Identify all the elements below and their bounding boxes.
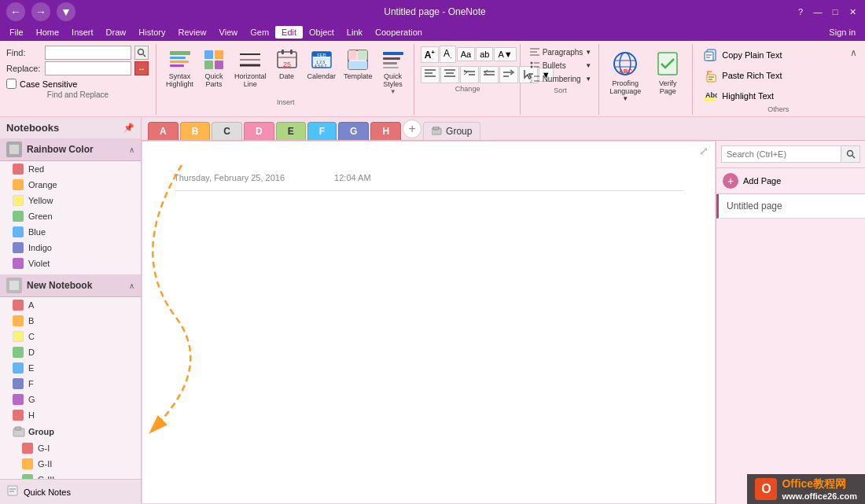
section-h[interactable]: H xyxy=(0,407,141,423)
tab-g[interactable]: G xyxy=(338,122,369,140)
section-a[interactable]: A xyxy=(0,297,141,313)
ltr-button[interactable] xyxy=(499,66,518,83)
svg-rect-5 xyxy=(170,64,184,67)
quick-styles-button[interactable]: QuickStyles ▼ xyxy=(377,46,409,97)
menu-history[interactable]: History xyxy=(132,26,171,39)
section-c[interactable]: C xyxy=(0,329,141,344)
tab-a[interactable]: A xyxy=(148,122,179,140)
menu-draw[interactable]: Draw xyxy=(100,26,133,39)
numbering-button[interactable]: 1.2. Numbering ▼ xyxy=(527,72,594,85)
section-indigo[interactable]: Indigo xyxy=(0,240,141,256)
menu-file[interactable]: File xyxy=(3,26,30,39)
proofing-group: ABC ProofingLanguage ▼ V xyxy=(601,44,693,115)
rainbow-color-notebook[interactable]: Rainbow Color ∧ xyxy=(0,138,141,161)
maximize-button[interactable]: □ xyxy=(829,6,841,18)
section-e[interactable]: E xyxy=(0,360,141,376)
close-button[interactable]: ✕ xyxy=(846,6,859,18)
calendar-button[interactable]: FEB 1 2 3 4 5 6 7 Calendar xyxy=(304,46,340,82)
tab-d[interactable]: D xyxy=(244,122,274,140)
section-b[interactable]: B xyxy=(0,313,141,329)
bullets-button[interactable]: Bullets ▼ xyxy=(527,59,594,72)
sign-in[interactable]: Sign in xyxy=(823,26,862,39)
menu-insert[interactable]: Insert xyxy=(65,26,100,39)
indent-button[interactable] xyxy=(460,66,479,83)
pages-search-button[interactable] xyxy=(841,145,860,163)
paste-rich-text-button[interactable]: Paste Rich Text xyxy=(699,66,784,85)
text-more-button[interactable]: A▼ xyxy=(494,47,516,61)
group-item[interactable]: Group xyxy=(0,423,141,440)
align-center-button[interactable] xyxy=(440,66,459,83)
date-button[interactable]: 25 Date xyxy=(271,46,303,82)
expand-button[interactable]: ⤢ xyxy=(699,145,709,157)
capitalization-button[interactable]: Aa xyxy=(457,47,475,61)
paragraphs-button[interactable]: Paragraphs ▼ xyxy=(527,46,594,58)
replace-input[interactable] xyxy=(45,61,131,75)
section-d[interactable]: D xyxy=(0,344,141,360)
section-g[interactable]: G xyxy=(0,392,141,407)
forward-button[interactable]: → xyxy=(31,2,50,21)
font-size-down-button[interactable]: A- xyxy=(440,46,456,63)
copy-plain-text-button[interactable]: Copy Plain Text xyxy=(699,46,784,64)
add-tab-button[interactable]: + xyxy=(403,120,421,138)
add-page-button[interactable]: + Add Page xyxy=(716,168,865,194)
menu-view[interactable]: View xyxy=(213,26,245,39)
lowercase-button[interactable]: ab xyxy=(476,47,493,61)
menu-cooperation[interactable]: Cooperation xyxy=(369,26,429,39)
template-button[interactable]: Template xyxy=(340,46,376,82)
sidebar: Notebooks 📌 Rainbow Color ∧ Red Orange Y… xyxy=(0,117,142,504)
quick-notes-label: Quick Notes xyxy=(24,487,71,497)
menu-link[interactable]: Link xyxy=(340,26,369,39)
highlight-text-button[interactable]: Abc Highlight Text xyxy=(699,86,784,105)
section-violet[interactable]: Violet xyxy=(0,256,141,271)
section-red[interactable]: Red xyxy=(0,161,141,177)
menu-object[interactable]: Object xyxy=(303,26,340,39)
proofing-language-button[interactable]: ABC ProofingLanguage ▼ xyxy=(606,46,645,105)
font-size-up-button[interactable]: A+ xyxy=(421,46,439,63)
section-f[interactable]: F xyxy=(0,376,141,392)
outdent-button[interactable] xyxy=(480,66,499,83)
menu-review[interactable]: Review xyxy=(172,26,213,39)
section-green[interactable]: Green xyxy=(0,208,141,224)
section-g-iii[interactable]: G-III xyxy=(0,472,141,479)
tab-group[interactable]: Group xyxy=(423,122,480,140)
new-notebook[interactable]: New Notebook ∧ xyxy=(0,274,141,297)
verify-page-button[interactable]: VerifyPage xyxy=(648,46,687,105)
case-sensitive-checkbox[interactable] xyxy=(6,79,17,89)
tab-e[interactable]: E xyxy=(276,122,306,140)
menu-edit[interactable]: Edit xyxy=(275,26,303,39)
align-left-button[interactable] xyxy=(421,66,440,83)
menu-bar: File Home Insert Draw History Review Vie… xyxy=(0,24,865,41)
svg-rect-4 xyxy=(170,61,189,63)
page-item-untitled[interactable]: Untitled page xyxy=(716,194,865,219)
pages-search-input[interactable] xyxy=(721,145,841,163)
page-time: 12:04 AM xyxy=(334,173,370,182)
quick-parts-button[interactable]: QuickParts xyxy=(198,46,230,90)
find-input[interactable] xyxy=(45,46,131,60)
ribbon-collapse-button[interactable]: ∧ xyxy=(850,47,857,58)
menu-home[interactable]: Home xyxy=(30,26,65,39)
quick-access-button[interactable]: ▼ xyxy=(57,2,75,21)
menu-gem[interactable]: Gem xyxy=(244,26,275,39)
find-search-button[interactable] xyxy=(134,46,149,60)
tab-f[interactable]: F xyxy=(307,122,337,140)
rainbow-color-chevron: ∧ xyxy=(129,145,134,154)
sidebar-pin[interactable]: 📌 xyxy=(123,123,134,133)
horizontal-line-button[interactable]: HorizontalLine xyxy=(231,46,270,90)
minimize-button[interactable]: — xyxy=(812,6,824,18)
syntax-highlight-button[interactable]: SyntaxHighlight xyxy=(163,46,197,90)
svg-rect-8 xyxy=(204,61,213,69)
title-bar-controls: ? — □ ✕ xyxy=(794,6,859,18)
back-button[interactable]: ← xyxy=(6,2,25,21)
svg-text:25: 25 xyxy=(283,61,291,68)
quick-notes[interactable]: Quick Notes xyxy=(0,479,141,504)
section-orange[interactable]: Orange xyxy=(0,177,141,193)
section-yellow[interactable]: Yellow xyxy=(0,193,141,208)
section-g-ii[interactable]: G-II xyxy=(0,456,141,472)
tab-c[interactable]: C xyxy=(212,122,242,140)
section-g-i[interactable]: G-I xyxy=(0,440,141,456)
tab-b[interactable]: B xyxy=(180,122,211,140)
replace-all-button[interactable]: ↔ xyxy=(134,61,149,75)
help-button[interactable]: ? xyxy=(794,6,807,18)
section-blue[interactable]: Blue xyxy=(0,224,141,240)
tab-h[interactable]: H xyxy=(370,122,401,140)
